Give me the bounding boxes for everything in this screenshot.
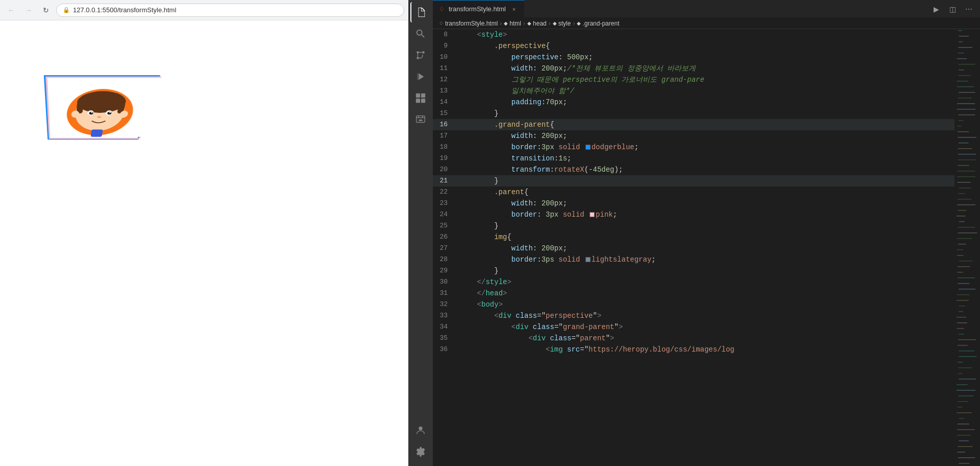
- code-line-32: 32 <body>: [433, 299, 954, 310]
- code-content-area[interactable]: 8 <style> 9 .perspective{ 10 perspective…: [433, 29, 954, 466]
- code-line-31: 31 </head>: [433, 288, 954, 299]
- breadcrumb-grand-parent[interactable]: ◆ .grand-parent: [577, 20, 619, 27]
- svg-point-25: [419, 427, 422, 430]
- code-line-29: 29 }: [433, 265, 954, 276]
- preview-grand-parent: [44, 75, 160, 139]
- breadcrumb-sep-1: ›: [500, 20, 502, 27]
- code-line-8: 8 <style>: [433, 29, 954, 40]
- code-line-26: 26 img{: [433, 231, 954, 243]
- activity-bar-bottom: [410, 420, 431, 466]
- avatar-image: [47, 78, 163, 136]
- lock-icon: 🔒: [63, 7, 70, 13]
- code-line-23: 23 width: 200px;: [433, 198, 954, 209]
- svg-point-16: [416, 51, 419, 54]
- address-bar[interactable]: 🔒 127.0.0.1:5500/transformStyle.html: [56, 4, 404, 17]
- breadcrumb-head-icon: ◆: [527, 20, 531, 26]
- vscode-editor-panel: ♢ transformStyle.html × ▶ ◫ ⋯ ♢ transfor…: [408, 0, 980, 466]
- code-line-34: 34 <div class="grand-parent">: [433, 321, 954, 333]
- tab-file-icon: ♢: [439, 6, 445, 13]
- split-editor-icon[interactable]: ◫: [945, 2, 960, 16]
- svg-rect-19: [416, 94, 420, 98]
- breadcrumb-style[interactable]: ◆ style: [553, 20, 571, 27]
- svg-rect-15: [91, 129, 103, 136]
- minimap-canvas: [954, 29, 980, 466]
- svg-point-18: [416, 57, 419, 59]
- svg-rect-22: [421, 99, 425, 103]
- activity-account-icon[interactable]: [410, 420, 431, 440]
- run-preview-icon[interactable]: ▶: [929, 2, 943, 16]
- vscode-panel: ♢ transformStyle.html × ▶ ◫ ⋯ ♢ transfor…: [433, 0, 980, 466]
- svg-point-17: [422, 51, 425, 54]
- tab-close-button[interactable]: ×: [510, 5, 518, 13]
- code-line-24: 24 border: 3px solid pink;: [433, 209, 954, 220]
- tab-bar: ♢ transformStyle.html × ▶ ◫ ⋯: [433, 0, 980, 18]
- more-actions-icon[interactable]: ⋯: [962, 2, 976, 16]
- activity-remote-icon[interactable]: [410, 109, 431, 130]
- code-line-28: 28 border:3ps solid lightslategray;: [433, 254, 954, 265]
- code-line-27: 27 width: 200px;: [433, 243, 954, 254]
- code-line-12: 12 그렇기 때문에 perspective의 가로너비도 grand-pare: [433, 74, 954, 85]
- breadcrumb-sep-2: ›: [523, 20, 525, 27]
- code-line-15: 15 }: [433, 108, 954, 119]
- svg-rect-23: [416, 116, 425, 123]
- code-line-36: 36 <img src="https://heropy.blog/css/ima…: [433, 344, 954, 355]
- code-line-14: 14 padding:70px;: [433, 97, 954, 108]
- breadcrumb-head[interactable]: ◆ head: [527, 20, 547, 27]
- tab-transformstyle[interactable]: ♢ transformStyle.html ×: [433, 0, 525, 18]
- breadcrumb-file[interactable]: ♢ transformStyle.html: [439, 20, 498, 27]
- code-line-20: 20 transform:rotateX(-45deg);: [433, 164, 954, 175]
- browser-content: [0, 20, 408, 466]
- preview-perspective: [10, 31, 112, 192]
- code-line-16: 16 .grand-parent{: [433, 119, 954, 130]
- code-line-19: 19 transition:1s;: [433, 153, 954, 164]
- code-line-33: 33 <div class="perspective">: [433, 310, 954, 321]
- code-line-25: 25 }: [433, 220, 954, 231]
- activity-extensions-icon[interactable]: [410, 88, 431, 108]
- code-line-13: 13 일치해주어야 함*/: [433, 85, 954, 97]
- activity-explorer-icon[interactable]: [410, 2, 431, 22]
- code-line-11: 11 width: 200px;/*전체 뷰포트의 정중앙에서 바라보게: [433, 63, 954, 74]
- breadcrumb-grandparent-icon: ◆: [577, 20, 581, 26]
- code-line-35: 35 <div class="parent">: [433, 333, 954, 344]
- breadcrumb-style-icon: ◆: [553, 20, 557, 26]
- svg-rect-20: [421, 94, 425, 98]
- breadcrumb-html-icon: ◆: [504, 20, 508, 26]
- breadcrumb-sep-3: ›: [549, 20, 551, 27]
- code-line-9: 9 .perspective{: [433, 40, 954, 52]
- code-line-18: 18 border:3px solid dodgerblue;: [433, 142, 954, 153]
- svg-rect-24: [419, 120, 422, 121]
- code-line-21: 21 }: [433, 175, 954, 187]
- preview-parent: [45, 77, 161, 139]
- url-text: 127.0.0.1:5500/transformStyle.html: [73, 6, 176, 14]
- top-right-icons: ▶ ◫ ⋯: [929, 0, 980, 18]
- tab-title: transformStyle.html: [449, 5, 506, 13]
- browser-toolbar: ← → ↻ 🔒 127.0.0.1:5500/transformStyle.ht…: [0, 0, 408, 20]
- minimap: [954, 29, 980, 466]
- activity-bar: [408, 0, 433, 466]
- breadcrumb-file-icon: ♢: [439, 20, 444, 26]
- code-editor: 8 <style> 9 .perspective{ 10 perspective…: [433, 29, 980, 466]
- forward-button[interactable]: →: [21, 3, 36, 17]
- activity-run-icon[interactable]: [410, 66, 431, 87]
- reload-button[interactable]: ↻: [39, 3, 53, 17]
- code-line-30: 30 </style>: [433, 276, 954, 288]
- code-line-10: 10 perspective: 500px;: [433, 52, 954, 63]
- breadcrumb-sep-4: ›: [573, 20, 575, 27]
- activity-settings-icon[interactable]: [410, 441, 431, 462]
- activity-search-icon[interactable]: [410, 24, 431, 44]
- breadcrumb-html[interactable]: ◆ html: [504, 20, 521, 27]
- back-button[interactable]: ←: [4, 3, 18, 17]
- activity-git-icon[interactable]: [410, 45, 431, 65]
- code-line-17: 17 width: 200px;: [433, 130, 954, 142]
- code-line-22: 22 .parent{: [433, 187, 954, 198]
- breadcrumb: ♢ transformStyle.html › ◆ html › ◆ head …: [433, 18, 980, 29]
- browser-panel: ← → ↻ 🔒 127.0.0.1:5500/transformStyle.ht…: [0, 0, 408, 466]
- svg-rect-21: [416, 99, 420, 103]
